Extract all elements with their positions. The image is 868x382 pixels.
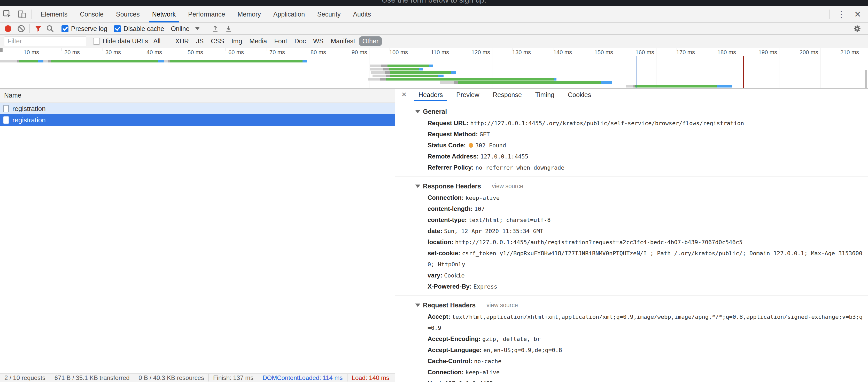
waterfall-bar-segment[interactable] bbox=[458, 81, 601, 84]
waterfall-bar-segment[interactable] bbox=[454, 81, 458, 84]
waterfall-bar-segment[interactable] bbox=[380, 78, 386, 80]
view-source-link[interactable]: view source bbox=[487, 302, 518, 309]
details-tab-timing[interactable]: Timing bbox=[529, 89, 561, 101]
preserve-log-label[interactable]: Preserve log bbox=[71, 25, 107, 33]
waterfall-bar-segment[interactable] bbox=[717, 85, 733, 88]
tab-audits[interactable]: Audits bbox=[347, 6, 377, 23]
tab-sources[interactable]: Sources bbox=[110, 6, 146, 23]
waterfall-bar-segment[interactable] bbox=[390, 75, 438, 77]
filter-toggle-button[interactable] bbox=[32, 22, 44, 36]
throttling-value[interactable]: Online bbox=[171, 25, 189, 33]
clear-network-log-button[interactable] bbox=[16, 22, 27, 36]
details-tab-cookies[interactable]: Cookies bbox=[561, 89, 598, 101]
waterfall-bar-segment[interactable] bbox=[370, 68, 383, 70]
tab-memory[interactable]: Memory bbox=[231, 6, 267, 23]
waterfall-bar-segment[interactable] bbox=[451, 71, 456, 74]
filter-type-media[interactable]: Media bbox=[246, 36, 270, 46]
more-options-kebab-icon[interactable]: ⋮ bbox=[832, 10, 850, 19]
checkbox-unchecked-icon[interactable] bbox=[93, 38, 100, 45]
waterfall-bar-segment[interactable] bbox=[164, 60, 168, 63]
throttling-select[interactable]: Online bbox=[171, 25, 199, 33]
overview-scrollbar-thumb[interactable] bbox=[865, 70, 867, 88]
section-title-general[interactable]: General bbox=[415, 106, 868, 117]
waterfall-bar-segment[interactable] bbox=[303, 60, 307, 63]
waterfall-bar-segment[interactable] bbox=[168, 60, 170, 63]
network-request-row[interactable]: registration bbox=[0, 103, 395, 114]
filter-type-js[interactable]: JS bbox=[193, 36, 207, 46]
waterfall-bar-segment[interactable] bbox=[385, 71, 390, 74]
filter-type-doc[interactable]: Doc bbox=[291, 36, 309, 46]
export-har-button[interactable] bbox=[222, 22, 235, 36]
waterfall-bar-segment[interactable] bbox=[17, 60, 19, 63]
tab-performance[interactable]: Performance bbox=[182, 6, 231, 23]
waterfall-bar-segment[interactable] bbox=[170, 60, 303, 63]
waterfall-bar-segment[interactable] bbox=[48, 60, 51, 63]
waterfall-bar-segment[interactable] bbox=[419, 68, 423, 70]
waterfall-bar-segment[interactable] bbox=[43, 60, 48, 63]
inspect-element-button[interactable] bbox=[0, 7, 14, 22]
waterfall-bar-segment[interactable] bbox=[635, 85, 717, 88]
waterfall-bar-segment[interactable] bbox=[38, 60, 43, 63]
record-network-log-button[interactable] bbox=[5, 25, 11, 32]
name-column-header[interactable]: Name bbox=[0, 89, 395, 102]
waterfall-bar-segment[interactable] bbox=[389, 68, 419, 70]
waterfall-bar-segment[interactable] bbox=[383, 68, 389, 70]
filter-input[interactable] bbox=[4, 36, 86, 46]
waterfall-bar-segment[interactable] bbox=[381, 65, 388, 67]
waterfall-bar-segment[interactable] bbox=[438, 75, 443, 77]
toolbar-separator bbox=[829, 9, 830, 19]
filter-type-manifest[interactable]: Manifest bbox=[327, 36, 358, 46]
header-row: Request Method: GET bbox=[428, 129, 868, 140]
tab-network[interactable]: Network bbox=[146, 6, 182, 23]
filter-type-xhr[interactable]: XHR bbox=[172, 36, 192, 46]
waterfall-bar-segment[interactable] bbox=[386, 75, 390, 77]
hide-data-urls-checkbox[interactable]: Hide data URLs bbox=[93, 37, 148, 45]
details-tab-headers[interactable]: Headers bbox=[412, 89, 450, 101]
details-tab-preview[interactable]: Preview bbox=[450, 89, 486, 101]
waterfall-bar-segment[interactable] bbox=[370, 65, 381, 67]
waterfall-bar-segment[interactable] bbox=[19, 60, 38, 63]
section-title-response-headers[interactable]: Response Headersview source bbox=[415, 180, 868, 192]
tab-console[interactable]: Console bbox=[74, 6, 110, 23]
waterfall-bar-segment[interactable] bbox=[373, 75, 386, 77]
filter-type-css[interactable]: CSS bbox=[208, 36, 227, 46]
waterfall-bar-segment[interactable] bbox=[368, 78, 380, 80]
close-devtools-icon[interactable]: × bbox=[850, 9, 865, 20]
tab-security[interactable]: Security bbox=[311, 6, 347, 23]
filter-type-font[interactable]: Font bbox=[271, 36, 290, 46]
tab-application[interactable]: Application bbox=[267, 6, 311, 23]
waterfall-bar-segment[interactable] bbox=[554, 78, 556, 80]
waterfall-bar-segment[interactable] bbox=[388, 65, 429, 67]
disable-cache-checkbox[interactable]: Disable cache bbox=[114, 25, 164, 33]
import-har-button[interactable] bbox=[209, 22, 222, 36]
waterfall-bar-segment[interactable] bbox=[0, 60, 17, 63]
checkbox-checked-icon[interactable] bbox=[114, 25, 121, 32]
filter-type-ws[interactable]: WS bbox=[310, 36, 327, 46]
search-button[interactable] bbox=[44, 22, 56, 36]
network-request-row[interactable]: registration bbox=[0, 114, 395, 126]
view-source-link[interactable]: view source bbox=[492, 183, 523, 190]
waterfall-bar-segment[interactable] bbox=[429, 65, 433, 67]
section-title-request-headers[interactable]: Request Headersview source bbox=[415, 299, 868, 311]
network-overview-waterfall[interactable]: 10 ms20 ms30 ms40 ms50 ms60 ms70 ms80 ms… bbox=[0, 48, 868, 89]
filter-type-img[interactable]: Img bbox=[228, 36, 246, 46]
preserve-log-checkbox[interactable]: Preserve log bbox=[61, 25, 107, 33]
waterfall-bar-segment[interactable] bbox=[158, 60, 164, 63]
close-details-icon[interactable]: × bbox=[395, 89, 412, 100]
hide-data-urls-label[interactable]: Hide data URLs bbox=[102, 37, 148, 45]
filter-type-other[interactable]: Other bbox=[359, 36, 382, 46]
details-tab-response[interactable]: Response bbox=[486, 89, 529, 101]
waterfall-bar-segment[interactable] bbox=[390, 71, 451, 74]
tab-elements[interactable]: Elements bbox=[34, 6, 74, 23]
waterfall-bar-segment[interactable] bbox=[371, 71, 385, 74]
waterfall-bar-segment[interactable] bbox=[626, 85, 633, 88]
network-settings-button[interactable] bbox=[850, 22, 864, 36]
device-toolbar-button[interactable] bbox=[14, 7, 29, 22]
waterfall-bar-segment[interactable] bbox=[51, 60, 158, 63]
waterfall-bar-segment[interactable] bbox=[601, 81, 612, 84]
waterfall-bar-segment[interactable] bbox=[440, 81, 454, 84]
checkbox-checked-icon[interactable] bbox=[61, 25, 68, 32]
disable-cache-label[interactable]: Disable cache bbox=[123, 25, 164, 33]
waterfall-bar-segment[interactable] bbox=[386, 78, 554, 80]
filter-type-all[interactable]: All bbox=[150, 36, 164, 46]
